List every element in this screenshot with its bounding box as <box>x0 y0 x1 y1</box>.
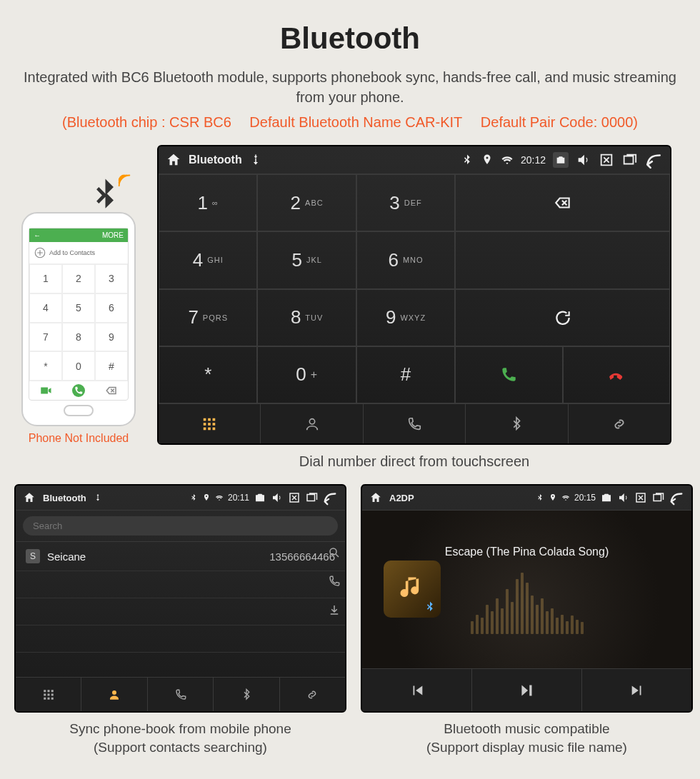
prev-icon <box>409 683 425 698</box>
dial-key-8[interactable]: 8TUV <box>257 289 356 346</box>
status-time: 20:12 <box>521 154 546 166</box>
search-input[interactable] <box>23 516 338 536</box>
play-pause-icon <box>518 681 536 700</box>
play-pause-button[interactable] <box>472 669 582 711</box>
recent-apps-icon[interactable] <box>305 491 318 504</box>
end-call-button[interactable] <box>563 346 670 403</box>
phone-icon <box>499 366 518 384</box>
tab-contacts[interactable] <box>81 678 147 711</box>
camera-icon[interactable] <box>600 491 613 504</box>
page-title: Bluetooth <box>14 21 686 56</box>
tab-bluetooth[interactable] <box>466 404 568 443</box>
dial-key-star[interactable]: * <box>159 346 257 403</box>
prev-button[interactable] <box>362 669 472 711</box>
dial-key-1[interactable]: 1∞ <box>159 174 257 231</box>
call-button[interactable] <box>455 346 562 403</box>
refresh-icon <box>554 308 572 327</box>
a2dp-caption: Bluetooth music compatible (Support disp… <box>361 720 693 756</box>
dial-key-6[interactable]: 6MNO <box>356 231 455 288</box>
status-bar: Bluetooth 20:11 <box>16 486 345 511</box>
dial-key-9[interactable]: 9WXYZ <box>356 289 455 346</box>
grid-icon <box>201 416 217 432</box>
home-icon[interactable] <box>369 491 382 504</box>
status-bar: A2DP 20:15 <box>362 486 691 511</box>
recent-apps-icon[interactable] <box>651 491 664 504</box>
phone-down-icon <box>607 366 626 384</box>
grid-icon <box>42 688 55 701</box>
page-subtitle: Integrated with BC6 Bluetooth module, su… <box>14 67 686 107</box>
close-app-icon[interactable] <box>634 491 647 504</box>
phone-mockup: ← MORE Add to Contacts 123 456 789 *0# <box>21 212 136 426</box>
status-app-title: Bluetooth <box>189 154 242 166</box>
tab-history[interactable] <box>148 678 214 711</box>
recent-apps-icon[interactable] <box>621 152 637 168</box>
spec-line: (Bluetooth chip : CSR BC6 Default Blueto… <box>14 114 686 131</box>
volume-icon[interactable] <box>271 491 284 504</box>
phone-not-included-note: Phone Not Included <box>14 432 143 445</box>
status-app-title: A2DP <box>389 493 414 503</box>
visualizer <box>411 570 642 634</box>
tab-dialpad[interactable] <box>16 678 81 711</box>
dial-key-0[interactable]: 0+ <box>257 346 356 403</box>
back-icon[interactable] <box>669 490 684 506</box>
dialer-unit: Bluetooth 20:12 1∞ 2ABC 3DEF 4GHI <box>157 145 671 445</box>
camera-icon[interactable] <box>254 491 266 504</box>
search-icon[interactable] <box>328 546 341 559</box>
tab-contacts[interactable] <box>261 404 363 443</box>
bluetooth-icon <box>189 493 198 502</box>
status-time: 20:11 <box>228 493 249 503</box>
bluetooth-icon <box>536 493 544 502</box>
home-icon[interactable] <box>166 152 181 168</box>
tab-dialpad[interactable] <box>159 404 261 443</box>
status-app-title: Bluetooth <box>43 493 86 503</box>
usb-icon <box>249 154 262 166</box>
song-title: Escape (The Pina Colada Song) <box>445 546 609 558</box>
camera-icon[interactable] <box>553 152 569 168</box>
redial-button[interactable] <box>455 289 670 346</box>
close-app-icon[interactable] <box>599 152 614 168</box>
wifi-icon <box>501 154 514 166</box>
backspace-icon <box>554 194 572 212</box>
dial-key-3[interactable]: 3DEF <box>356 174 455 231</box>
link-icon <box>306 688 319 701</box>
dial-key-5[interactable]: 5JKL <box>257 231 356 288</box>
tab-history[interactable] <box>364 404 466 443</box>
dialer-caption: Dial number direct from touchscreen <box>143 453 686 470</box>
dial-key-4[interactable]: 4GHI <box>159 231 257 288</box>
contacts-list[interactable]: S Seicane 13566664466 <box>16 542 345 677</box>
home-icon[interactable] <box>23 491 36 504</box>
spec-chip: (Bluetooth chip : CSR BC6 <box>62 114 231 130</box>
volume-icon[interactable] <box>576 152 591 168</box>
bluetooth-outline-icon <box>509 416 524 432</box>
backspace-button[interactable] <box>455 174 670 231</box>
empty-cell <box>455 231 670 288</box>
empty-row <box>16 598 345 625</box>
dial-key-2[interactable]: 2ABC <box>257 174 356 231</box>
link-icon <box>611 416 627 432</box>
contact-row[interactable]: S Seicane 13566664466 <box>16 542 345 571</box>
wifi-icon <box>561 493 570 502</box>
tab-pair[interactable] <box>569 404 670 443</box>
back-icon[interactable] <box>322 490 338 506</box>
phone-outline-icon <box>406 416 422 432</box>
call-icon[interactable] <box>328 575 341 588</box>
tab-bluetooth[interactable] <box>214 678 279 711</box>
person-icon <box>304 416 320 432</box>
plus-icon <box>34 246 46 259</box>
next-button[interactable] <box>582 669 691 711</box>
dial-key-hash[interactable]: # <box>356 346 455 403</box>
dial-key-7[interactable]: 7PQRS <box>159 289 257 346</box>
close-app-icon[interactable] <box>288 491 301 504</box>
back-icon[interactable] <box>644 151 663 169</box>
volume-icon[interactable] <box>617 491 630 504</box>
phone-outline-icon <box>174 688 187 701</box>
spec-name: Default Bluetooth Name CAR-KIT <box>249 114 462 130</box>
contact-number: 13566664466 <box>269 551 335 563</box>
bluetooth-icon <box>461 154 474 166</box>
download-icon[interactable] <box>328 603 341 616</box>
next-icon <box>629 683 645 698</box>
contact-badge: S <box>26 549 40 563</box>
tab-pair[interactable] <box>280 678 345 711</box>
contact-name: Seicane <box>47 551 269 563</box>
phone-home-button <box>64 405 94 416</box>
